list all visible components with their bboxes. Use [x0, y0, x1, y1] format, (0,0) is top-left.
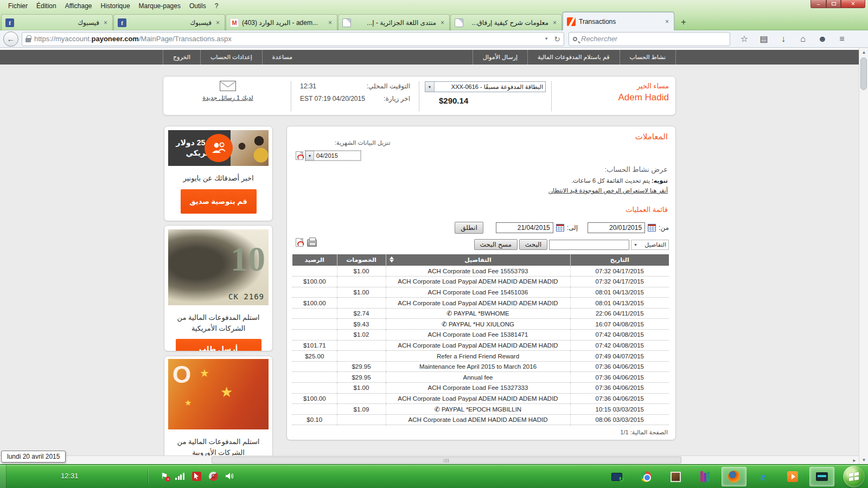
table-row[interactable]: 07:36 04/06/2015ACH Corporate Load Fee 1… [292, 383, 669, 394]
transaction-search-input[interactable] [549, 240, 629, 250]
bookmark-star-icon[interactable]: ☆ [736, 32, 753, 46]
horizontal-scrollbar[interactable]: ◄ ► [0, 455, 859, 464]
month-select[interactable]: 04/2015 [314, 151, 361, 160]
vertical-scrollbar[interactable]: ▲ ▼ [859, 48, 868, 464]
tab-3[interactable]: منتدى اللغة الجزائرية - إ...× [338, 14, 450, 30]
go-button[interactable]: انطلق [455, 222, 483, 234]
action-center-icon[interactable]: ⚑× [161, 471, 168, 481]
bookmarks-panel-icon[interactable]: ▤ [755, 32, 773, 46]
remote-desktop-icon[interactable] [604, 467, 629, 486]
menu-item-6[interactable]: ? [211, 1, 222, 11]
close-window-button[interactable]: × [841, 0, 865, 8]
table-row[interactable]: 07:36 04/06/2015Annual fee$29.95 [292, 372, 669, 383]
nav-item-settings-1[interactable]: إعدادات الحساب [200, 50, 262, 65]
card-selector[interactable]: البطاقة المدفوعة مسبقًا - XXX-0616 ▼ [425, 81, 546, 92]
internet-explorer-icon[interactable]: e [751, 467, 776, 486]
table-row[interactable]: 10:15 03/03/2015PAYPAL *EPOCH MGBILLIN✆$… [292, 404, 669, 415]
printer-app-icon[interactable] [809, 467, 834, 486]
column-header-details[interactable]: التفاصيل [386, 254, 570, 266]
table-row[interactable]: 08:01 04/13/2015ACH Corporate Load Fee 1… [292, 287, 669, 298]
table-row[interactable]: 08:06 03/03/2015ACH Corporate Load ADEM … [292, 414, 669, 425]
reload-icon[interactable]: ↻ [554, 35, 560, 43]
column-header-date[interactable]: التاريخ [570, 254, 669, 266]
back-button[interactable]: ← [3, 31, 18, 47]
nav-item-account-1[interactable]: قم باستلام المدفوعات المالية [527, 50, 620, 65]
table-row[interactable]: 07:42 04/08/2015ACH Corporate Load Paypa… [292, 340, 669, 351]
search-button[interactable]: البحث [519, 239, 547, 250]
chevron-down-icon[interactable]: ▼ [425, 82, 435, 92]
scroll-right-icon[interactable]: ► [850, 456, 859, 465]
photo-app-icon[interactable] [663, 467, 688, 486]
column-header-balance[interactable]: الرصيد [292, 254, 337, 266]
chrome-icon[interactable] [634, 467, 659, 486]
to-date-input[interactable]: 21/04/2015 [496, 222, 553, 233]
cursor-app-icon[interactable] [192, 472, 201, 481]
printer-icon[interactable] [307, 239, 317, 247]
details-dropdown[interactable]: التفاصيل▼ [631, 240, 669, 250]
table-row[interactable]: 07:36 04/06/2015ACH Corporate Load Paypa… [292, 393, 669, 404]
pdf-icon[interactable] [296, 151, 303, 160]
firefox-icon[interactable] [722, 467, 746, 486]
tab-0[interactable]: fفيسبوك× [1, 14, 113, 30]
horizontal-scrollbar-thumb[interactable] [212, 457, 681, 464]
hamburger-menu-icon[interactable]: ≡ [833, 32, 851, 46]
refer-friend-banner[interactable]: اربح 25 دولار أمريكي [168, 130, 269, 166]
new-messages-link[interactable]: لديك 1 رسائل جديدة [165, 94, 291, 101]
network-signal-icon[interactable] [175, 472, 184, 480]
home-icon[interactable]: ⌂ [794, 32, 812, 46]
table-row[interactable]: 07:49 04/07/2015Refer a Friend Friend Re… [292, 351, 669, 362]
url-bar[interactable]: https://myaccount.payoneer.com/MainPage/… [22, 32, 564, 46]
minimize-button[interactable]: – [810, 0, 826, 8]
ccleaner-icon[interactable]: C [209, 472, 218, 481]
table-row[interactable]: 08:01 04/13/2015ACH Corporate Load Paypa… [292, 298, 669, 309]
menu-item-2[interactable]: Affichage [61, 1, 96, 11]
close-icon[interactable]: × [664, 18, 670, 25]
sort-icon[interactable] [390, 256, 394, 262]
recommend-friend-button[interactable]: قم بتوصية صديق [181, 189, 257, 214]
close-icon[interactable]: × [215, 20, 221, 26]
taskbar-clock[interactable]: 12:31 [61, 472, 79, 480]
tab-2[interactable]: Mالبريد الوارد (403) - adem...× [226, 14, 337, 30]
menu-item-1[interactable]: Édition [33, 1, 60, 11]
menu-item-4[interactable]: Marque-pages [135, 1, 184, 11]
from-date-input[interactable]: 20/01/2015 [588, 222, 645, 233]
table-row[interactable]: 22:06 04/11/2015PAYPAL *BWHOME✆$2.74 [292, 308, 669, 319]
new-tab-button[interactable]: + [676, 15, 691, 29]
table-row[interactable]: 07:32 04/17/2015ACH Corporate Load Fee 1… [292, 266, 669, 277]
tab-4[interactable]: معلومات شرح كيفية إرفاق...× [450, 14, 562, 30]
vertical-scrollbar-thumb[interactable] [860, 57, 867, 90]
table-row[interactable]: 07:32 04/17/2015ACH Corporate Load Paypa… [292, 277, 669, 287]
table-row[interactable]: 07:42 04/08/2015ACH Corporate Load Fee 1… [292, 330, 669, 341]
hello-icon[interactable]: ☻ [814, 32, 831, 46]
close-icon[interactable]: × [439, 20, 445, 26]
start-button[interactable] [843, 466, 865, 487]
tab-transactions[interactable]: Transactions× [563, 12, 674, 30]
winrar-icon[interactable] [692, 467, 717, 486]
send-request-button[interactable]: أرسل طلب [176, 339, 261, 351]
table-row[interactable]: 07:36 04/06/2015Maintenance fee April 20… [292, 361, 669, 372]
nav-item-settings-0[interactable]: مساعدة [262, 50, 302, 65]
url-dropdown-icon[interactable]: ▼ [544, 36, 548, 41]
close-icon[interactable]: × [327, 20, 333, 26]
maximize-button[interactable] [826, 0, 841, 8]
nav-item-account-2[interactable]: إرسال الأموال [473, 50, 527, 65]
close-icon[interactable]: × [552, 20, 558, 26]
downloads-icon[interactable]: ↓ [775, 32, 792, 46]
month-dropdown-icon[interactable]: ▼ [305, 151, 314, 160]
media-player-icon[interactable] [780, 467, 805, 486]
search-bar[interactable]: Rechercher [569, 32, 730, 46]
column-header-debits[interactable]: الخصومات [337, 254, 386, 266]
scroll-up-icon[interactable]: ▲ [859, 48, 868, 56]
clear-search-button[interactable]: مسح البحث [474, 239, 518, 250]
scroll-down-icon[interactable]: ▼ [859, 455, 868, 464]
pending-licenses-link[interactable]: أنقر هنا لاستعراض الرخص الموجودة قيد الا… [548, 187, 668, 194]
nav-item-settings-2[interactable]: الخروج [163, 50, 200, 65]
menu-item-0[interactable]: Fichier [4, 1, 31, 11]
calendar-icon[interactable] [556, 224, 564, 232]
nav-item-account-0[interactable]: نشاط الحساب [620, 50, 676, 65]
close-icon[interactable]: × [103, 20, 108, 26]
tab-1[interactable]: fفيسبوك× [113, 14, 225, 30]
menu-item-5[interactable]: Outils [186, 1, 210, 11]
table-row[interactable]: 16:07 04/08/2015PAYPAL *HU XIULONG✆$9.43 [292, 319, 669, 330]
export-pdf-icon[interactable] [296, 238, 303, 247]
